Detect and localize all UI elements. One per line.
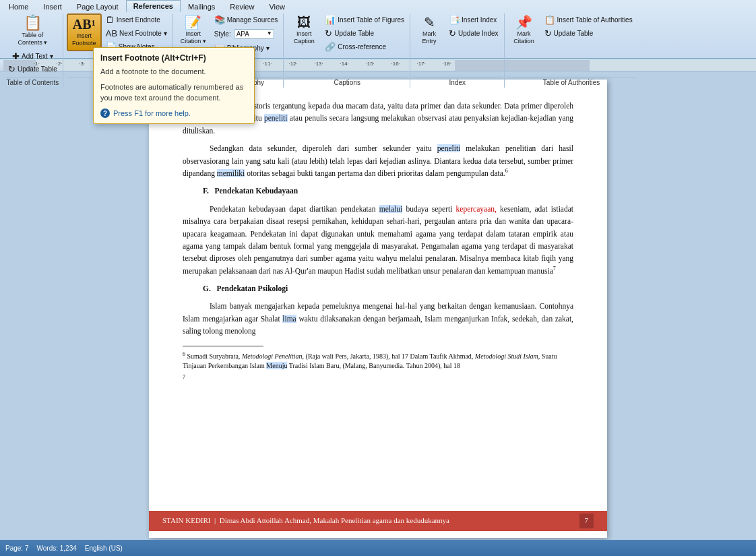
- footnote-divider: [183, 346, 263, 346]
- document-area: Pendekatan historis tergantung kepada du…: [0, 71, 756, 540]
- insert-citation-label: InsertCitation ▾: [181, 30, 206, 45]
- footnote-ref-7: 7: [553, 266, 556, 272]
- doc-heading-g: G. Pendekatan Psikologi: [203, 282, 573, 295]
- help-circle-icon: ?: [100, 109, 110, 118]
- footnote-6: 6 Sumadi Suryabrata, Metodologi Peneliti…: [183, 350, 573, 371]
- table-of-contents-icon: 📋: [24, 16, 42, 30]
- tooltip-help-text: Press F1 for more help.: [113, 109, 191, 117]
- table-of-contents-label: Table ofContents ▾: [18, 32, 48, 47]
- update-table-toc-icon: ↻: [8, 64, 15, 74]
- insert-citation-button[interactable]: 📝 InsertCitation ▾: [177, 13, 210, 47]
- tooltip-help-row[interactable]: ? Press F1 for more help.: [100, 109, 247, 118]
- tooltip-title: Insert Footnote (Alt+Ctrl+F): [100, 53, 247, 63]
- doc-paragraph-2: Sedangkan data sekunder, diperoleh dari …: [183, 142, 573, 179]
- footer-page-number: 7: [579, 514, 594, 528]
- update-table-toc-button[interactable]: ↻ Update Table: [5, 63, 60, 75]
- style-label: Style:: [214, 30, 231, 38]
- update-table-authorities-icon: ↻: [544, 28, 552, 38]
- doc-paragraph-4: Islam banyak mengajarkan kepada pemelukn…: [183, 300, 573, 337]
- insert-caption-label: InsertCaption: [294, 30, 315, 45]
- update-table-captions-icon: ↻: [325, 28, 332, 38]
- next-footnote-label: Next Footnote ▾: [119, 30, 167, 37]
- update-table-authorities-button[interactable]: ↻ Update Table: [542, 27, 635, 40]
- status-page[interactable]: Page: 7: [5, 545, 28, 552]
- insert-index-icon: 📑: [449, 15, 460, 25]
- insert-footnote-button[interactable]: AB¹ InsertFootnote: [67, 13, 102, 51]
- group-captions: 🖼 InsertCaption 📊 Insert Table of Figure…: [284, 13, 410, 88]
- group-toc-label: Table of Contents: [5, 77, 60, 86]
- tab-review[interactable]: Review: [222, 1, 261, 12]
- highlight-peneliti-1: peneliti: [264, 114, 288, 122]
- add-text-label: Add Text ▾: [22, 53, 53, 60]
- insert-index-button[interactable]: 📑 Insert Index: [446, 13, 501, 26]
- mark-entry-icon: ✎: [424, 16, 435, 29]
- update-table-captions-button[interactable]: ↻ Update Table: [322, 27, 407, 40]
- group-authorities: 📌 MarkCitation 📋 Insert Table of Authori…: [505, 13, 638, 88]
- manage-sources-icon: 📚: [214, 15, 225, 25]
- manage-sources-button[interactable]: 📚 Manage Sources: [212, 13, 281, 26]
- insert-table-figures-label: Insert Table of Figures: [338, 16, 404, 24]
- cross-reference-button[interactable]: 🔗 Cross-reference: [322, 40, 407, 53]
- insert-table-figures-button[interactable]: 📊 Insert Table of Figures: [322, 13, 407, 26]
- tooltip-note: Footnotes are automatically renumbered a…: [100, 82, 247, 103]
- tooltip-popup: Insert Footnote (Alt+Ctrl+F) Add a footn…: [93, 47, 255, 124]
- style-selector-row: Style: APA: [212, 28, 281, 40]
- insert-caption-icon: 🖼: [297, 16, 311, 29]
- doc-heading-f: F. Pendekatan Kebudayaan: [203, 185, 573, 197]
- insert-table-figures-icon: 📊: [325, 15, 336, 25]
- group-captions-label: Captions: [287, 77, 407, 86]
- insert-endnote-label: Insert Endnote: [117, 16, 160, 24]
- insert-index-label: Insert Index: [462, 16, 497, 24]
- style-dropdown[interactable]: APA: [234, 29, 274, 39]
- tab-references[interactable]: References: [126, 0, 181, 12]
- highlight-lima: lima: [282, 315, 296, 323]
- group-index-label: Index: [414, 77, 501, 86]
- manage-sources-label: Manage Sources: [227, 16, 278, 24]
- add-text-button[interactable]: ✚ Add Text ▾: [9, 50, 56, 63]
- insert-caption-button[interactable]: 🖼 InsertCaption: [287, 13, 321, 47]
- update-table-toc-label: Update Table: [18, 65, 57, 73]
- next-footnote-button[interactable]: AB Next Footnote ▾: [103, 27, 170, 40]
- mark-citation-label: MarkCitation: [513, 30, 534, 45]
- highlight-memiliki: memiliki: [217, 169, 245, 177]
- document-page[interactable]: Pendekatan historis tergantung kepada du…: [149, 80, 607, 538]
- footnote-ref-6: 6: [505, 168, 508, 174]
- update-table-authorities-label: Update Table: [554, 30, 594, 37]
- tab-home[interactable]: Home: [1, 1, 36, 12]
- insert-endnote-button[interactable]: 🗒 Insert Endnote: [103, 13, 170, 26]
- status-language[interactable]: English (US): [85, 545, 123, 552]
- document-footer: STAIN KEDIRI | Dimas Abdi Attoillah Achm…: [149, 511, 607, 531]
- cross-reference-icon: 🔗: [325, 42, 336, 52]
- tab-view[interactable]: View: [261, 1, 292, 12]
- footer-text: STAIN KEDIRI | Dimas Abdi Attoillah Achm…: [162, 515, 449, 527]
- doc-paragraph-3: Pendekatan kebudayaan dapat diartikan pe…: [183, 203, 573, 277]
- add-text-icon: ✚: [12, 51, 20, 61]
- update-table-captions-label: Update Table: [334, 30, 374, 37]
- status-words[interactable]: Words: 1,234: [36, 545, 76, 552]
- tab-page-layout[interactable]: Page Layout: [69, 1, 126, 12]
- ribbon-tab-bar: Home Insert Page Layout References Maili…: [0, 0, 756, 12]
- footnote-7: 7: [183, 373, 573, 384]
- highlight-kepercayaan: kepercayaan,: [456, 205, 497, 213]
- insert-table-authorities-button[interactable]: 📋 Insert Table of Authorities: [542, 13, 635, 26]
- insert-endnote-icon: 🗒: [106, 15, 115, 25]
- mark-entry-button[interactable]: ✎ MarkEntry: [414, 13, 445, 47]
- group-authorities-label: Table of Authorities: [508, 77, 635, 86]
- tab-insert[interactable]: Insert: [36, 1, 69, 12]
- insert-footnote-label: InsertFootnote: [72, 32, 96, 47]
- update-index-label: Update Index: [458, 30, 499, 37]
- insert-table-authorities-icon: 📋: [544, 15, 555, 25]
- mark-entry-label: MarkEntry: [422, 30, 437, 45]
- tab-mailings[interactable]: Mailings: [181, 1, 222, 12]
- insert-citation-icon: 📝: [185, 16, 201, 29]
- update-index-icon: ↻: [449, 28, 456, 38]
- mark-citation-icon: 📌: [515, 16, 532, 29]
- insert-footnote-icon: AB¹: [73, 18, 96, 31]
- mark-citation-button[interactable]: 📌 MarkCitation: [508, 13, 540, 47]
- cross-reference-label: Cross-reference: [338, 43, 386, 51]
- update-index-button[interactable]: ↻ Update Index: [446, 27, 501, 40]
- highlight-melalui: melalui: [379, 205, 403, 213]
- group-table-of-contents: 📋 Table ofContents ▾ ✚ Add Text ▾ ↻ Upda…: [3, 13, 63, 88]
- status-bar: Page: 7 Words: 1,234 English (US): [0, 540, 756, 556]
- table-of-contents-button[interactable]: 📋 Table ofContents ▾: [15, 13, 51, 49]
